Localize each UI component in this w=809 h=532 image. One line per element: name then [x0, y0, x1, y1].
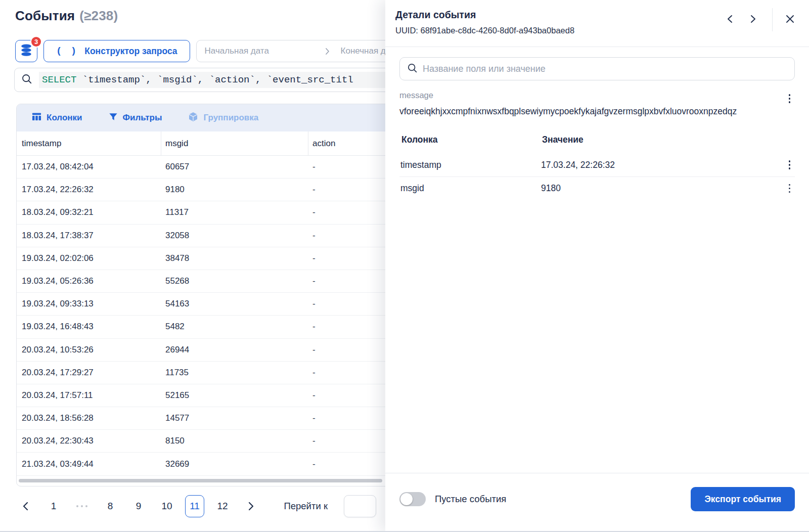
prev-event-button[interactable]: [721, 11, 739, 29]
sql-keyword: SELECT: [42, 74, 76, 85]
export-event-button[interactable]: Экспорт события: [691, 487, 795, 511]
table-row[interactable]: 19.03.24, 05:26:3655268-: [17, 270, 385, 293]
message-value: vforeeiqkhjxxcmpfnixnwsxfbqplsewiymycpoe…: [399, 104, 768, 119]
close-icon: [786, 15, 794, 25]
table-cell: 14577: [161, 413, 308, 423]
kv-value: 17.03.24, 22:26:32: [541, 160, 773, 170]
table-cell: 38478: [161, 253, 308, 263]
kebab-menu-icon[interactable]: [786, 182, 793, 196]
date-range-input[interactable]: Начальная дата Конечная д: [196, 40, 385, 62]
event-details-panel: Детали события UUID: 68f91abe-c8dc-4260-…: [385, 0, 809, 532]
grouping-button[interactable]: Группировка: [188, 112, 258, 124]
column-header-key: Колонка: [400, 135, 542, 145]
table-cell: -: [308, 299, 385, 309]
grouping-label: Группировка: [203, 113, 258, 123]
chevron-right-icon: [325, 48, 330, 55]
table-cell: 20.03.24, 10:53:26: [17, 345, 161, 355]
filter-icon: [109, 112, 118, 124]
table-cell: -: [308, 368, 385, 378]
table-row[interactable]: 17.03.24, 22:26:329180-: [17, 179, 385, 201]
sql-rest: `timestamp`, `msgid`, `action`, `event_s…: [76, 74, 353, 85]
kebab-menu-icon[interactable]: [786, 92, 793, 106]
chevron-right-icon: [750, 15, 756, 25]
table-cell: -: [308, 322, 385, 332]
column-header-action[interactable]: action: [308, 131, 385, 155]
table-cell: 18.03.24, 09:32:21: [17, 207, 161, 217]
close-panel-button[interactable]: [781, 11, 799, 29]
pagination-page-8[interactable]: 8: [100, 495, 120, 517]
details-body: Название поля или значение message vfore…: [385, 47, 809, 473]
query-builder-button[interactable]: ( ) Конструктор запроса: [43, 40, 190, 62]
field-search-placeholder: Название поля или значение: [423, 64, 546, 74]
events-count: (≥238): [79, 8, 118, 23]
table-row[interactable]: 19.03.24, 16:48:435482-: [17, 316, 385, 338]
data-source-button[interactable]: 3: [15, 40, 37, 62]
field-table: Колонка Значение timestamp17.03.24, 22:2…: [399, 131, 795, 200]
table-row[interactable]: 20.03.24, 22:30:438150-: [17, 430, 385, 453]
horizontal-scrollbar[interactable]: [17, 476, 385, 486]
table-row[interactable]: 20.03.24, 17:57:1152165-: [17, 384, 385, 407]
table-row[interactable]: 20.03.24, 17:29:2711735-: [17, 362, 385, 384]
parentheses-icon: ( ): [56, 46, 78, 57]
scrollbar-thumb[interactable]: [19, 479, 382, 482]
column-header-timestamp[interactable]: timestamp: [17, 131, 161, 155]
table-cell: 20.03.24, 18:56:28: [17, 413, 161, 423]
table-row[interactable]: 18.03.24, 09:32:2111317-: [17, 201, 385, 224]
cube-icon: [188, 112, 198, 124]
chevron-left-icon: [727, 15, 733, 25]
table-cell: 8150: [161, 436, 308, 446]
sql-query-text[interactable]: SELECT `timestamp`, `msgid`, `action`, `…: [39, 72, 385, 88]
pagination-page-1[interactable]: 1: [43, 495, 64, 517]
table-cell: 32669: [161, 459, 308, 469]
pagination-pages: 189101112: [43, 495, 233, 517]
kebab-menu-icon[interactable]: [786, 158, 793, 172]
search-icon: [407, 63, 418, 75]
goto-page-input[interactable]: [344, 495, 376, 517]
pagination-page-12[interactable]: 12: [212, 495, 233, 517]
table-cell: 52165: [161, 390, 308, 401]
pagination-page-10[interactable]: 10: [157, 495, 177, 517]
details-footer: Пустые события Экспорт события: [385, 473, 809, 532]
controls-row: 3 ( ) Конструктор запроса Начальная дата…: [15, 40, 385, 62]
message-label: message: [399, 91, 773, 100]
table-row[interactable]: 17.03.24, 08:42:0460657-: [17, 156, 385, 179]
empty-events-toggle[interactable]: [399, 492, 426, 506]
toggle-knob: [400, 493, 413, 505]
start-date-placeholder[interactable]: Начальная дата: [205, 46, 325, 56]
kv-row: msgid9180: [399, 176, 795, 200]
filters-button[interactable]: Фильтры: [109, 112, 162, 124]
events-table-body: 17.03.24, 08:42:0460657-17.03.24, 22:26:…: [17, 156, 385, 476]
table-toolbar: Колонки Фильтры Группировка: [17, 104, 385, 131]
table-row[interactable]: 20.03.24, 18:56:2814577-: [17, 407, 385, 430]
table-cell: -: [308, 185, 385, 195]
details-nav: [721, 8, 799, 31]
events-table-card: Колонки Фильтры Группировка timestamp: [16, 104, 385, 486]
table-cell: -: [308, 162, 385, 172]
pagination-page-9[interactable]: 9: [128, 495, 149, 517]
search-icon: [21, 73, 32, 86]
table-row[interactable]: 19.03.24, 02:02:0638478-: [17, 247, 385, 270]
column-header-msgid[interactable]: msgid: [161, 131, 308, 155]
pagination-prev-button[interactable]: [15, 495, 35, 517]
page-title-text: События: [15, 8, 75, 23]
table-row[interactable]: 18.03.24, 17:38:3732058-: [17, 225, 385, 247]
message-field: message vforeeiqkhjxxcmpfnixnwsxfbqplsew…: [399, 91, 795, 119]
pagination-next-button[interactable]: [241, 495, 261, 517]
pagination-page-11[interactable]: 11: [185, 495, 204, 517]
table-cell: -: [308, 390, 385, 401]
table-row[interactable]: 19.03.24, 09:33:1354163-: [17, 293, 385, 316]
field-search-input[interactable]: Название поля или значение: [399, 57, 795, 80]
table-cell: -: [308, 231, 385, 241]
table-cell: 18.03.24, 17:38:37: [17, 231, 161, 241]
sql-query-input[interactable]: SELECT `timestamp`, `msgid`, `action`, `…: [14, 68, 385, 92]
table-cell: 55268: [161, 276, 308, 286]
kv-rows: timestamp17.03.24, 22:26:32msgid9180: [399, 153, 795, 200]
notification-badge: 3: [30, 36, 42, 48]
end-date-placeholder[interactable]: Конечная д: [341, 46, 385, 56]
table-row[interactable]: 20.03.24, 10:53:2626944-: [17, 339, 385, 362]
table-cell: 54163: [161, 299, 308, 309]
table-row[interactable]: 21.03.24, 03:49:4432669-: [17, 453, 385, 475]
columns-button[interactable]: Колонки: [32, 112, 82, 124]
next-event-button[interactable]: [744, 11, 762, 29]
table-header-row: timestamp msgid action: [17, 131, 385, 156]
